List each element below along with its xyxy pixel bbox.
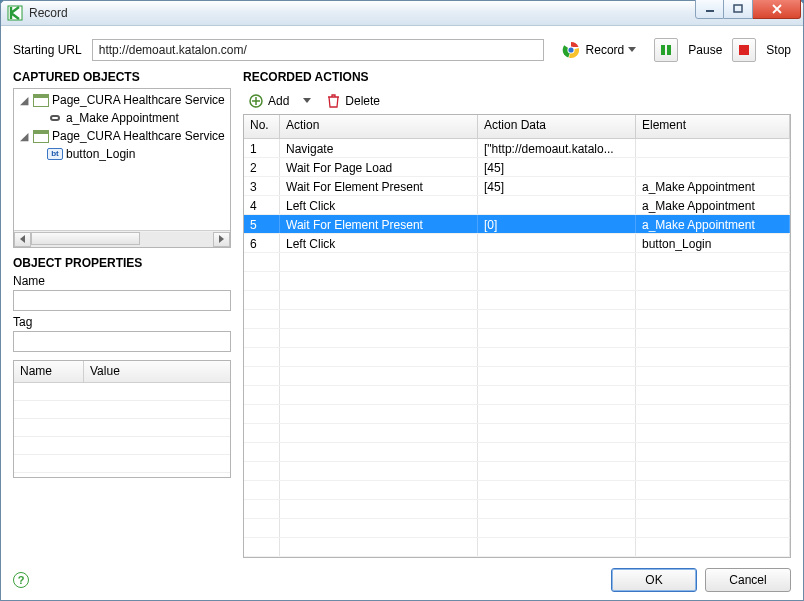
table-row[interactable]: 4Left Clicka_Make Appointment bbox=[244, 196, 790, 215]
table-row[interactable] bbox=[14, 437, 230, 455]
cell-no bbox=[244, 424, 280, 442]
table-row[interactable] bbox=[244, 386, 790, 405]
stop-icon bbox=[738, 44, 750, 56]
cell-action-data bbox=[478, 443, 636, 461]
col-no[interactable]: No. bbox=[244, 115, 280, 138]
table-row[interactable] bbox=[14, 401, 230, 419]
table-row[interactable] bbox=[14, 419, 230, 437]
table-row[interactable] bbox=[244, 500, 790, 519]
table-row[interactable]: 6Left Clickbutton_Login bbox=[244, 234, 790, 253]
cell-action-data bbox=[478, 310, 636, 328]
cell-element: a_Make Appointment bbox=[636, 215, 790, 233]
help-icon[interactable]: ? bbox=[13, 572, 29, 588]
collapse-icon[interactable]: ◢ bbox=[18, 130, 30, 143]
name-input[interactable] bbox=[13, 290, 231, 311]
record-button[interactable]: Record bbox=[554, 38, 645, 62]
cell-element bbox=[636, 291, 790, 309]
scroll-left-icon[interactable] bbox=[14, 232, 31, 247]
table-row[interactable]: 2Wait For Page Load[45] bbox=[244, 158, 790, 177]
cell-element: a_Make Appointment bbox=[636, 177, 790, 195]
svg-rect-2 bbox=[734, 5, 742, 12]
cell-element: a_Make Appointment bbox=[636, 196, 790, 214]
cell-action bbox=[280, 329, 478, 347]
properties-table[interactable]: Name Value bbox=[13, 360, 231, 478]
caret-down-icon bbox=[303, 98, 311, 104]
scroll-right-icon[interactable] bbox=[213, 232, 230, 247]
ok-button[interactable]: OK bbox=[611, 568, 697, 592]
col-action-data[interactable]: Action Data bbox=[478, 115, 636, 138]
cell-action-data bbox=[478, 234, 636, 252]
table-row[interactable] bbox=[14, 383, 230, 401]
cancel-button[interactable]: Cancel bbox=[705, 568, 791, 592]
cell-action bbox=[280, 291, 478, 309]
table-row[interactable]: 3Wait For Element Present[45]a_Make Appo… bbox=[244, 177, 790, 196]
cell-action-data bbox=[478, 367, 636, 385]
scroll-thumb[interactable] bbox=[31, 232, 140, 245]
collapse-icon[interactable]: ◢ bbox=[18, 94, 30, 107]
cell-element bbox=[636, 462, 790, 480]
delete-button[interactable]: Delete bbox=[321, 92, 386, 110]
cell-element bbox=[636, 367, 790, 385]
cell-action bbox=[280, 462, 478, 480]
table-row[interactable] bbox=[244, 538, 790, 557]
cell-no bbox=[244, 519, 280, 537]
maximize-button[interactable] bbox=[724, 0, 753, 19]
table-row[interactable]: 5Wait For Element Present[0]a_Make Appoi… bbox=[244, 215, 790, 234]
captured-objects-tree[interactable]: ◢ Page_CURA Healthcare Service a_Make Ap… bbox=[13, 88, 231, 248]
cell-action bbox=[280, 519, 478, 537]
captured-objects-title: CAPTURED OBJECTS bbox=[13, 70, 231, 84]
add-label: Add bbox=[268, 94, 289, 108]
link-icon bbox=[47, 112, 63, 125]
cell-action: Left Click bbox=[280, 196, 478, 214]
cell-action-data: [0] bbox=[478, 215, 636, 233]
tree-node-button[interactable]: bt button_Login bbox=[14, 145, 230, 163]
table-row[interactable] bbox=[244, 272, 790, 291]
cell-no: 2 bbox=[244, 158, 280, 176]
cell-element bbox=[636, 481, 790, 499]
table-row[interactable]: 1Navigate["http://demoaut.katalo... bbox=[244, 139, 790, 158]
table-row[interactable] bbox=[244, 253, 790, 272]
cell-element bbox=[636, 500, 790, 518]
tree-node-link[interactable]: a_Make Appointment bbox=[14, 109, 230, 127]
col-element[interactable]: Element bbox=[636, 115, 790, 138]
table-row[interactable] bbox=[244, 329, 790, 348]
minimize-button[interactable] bbox=[695, 0, 724, 19]
pause-button[interactable] bbox=[654, 38, 678, 62]
actions-grid[interactable]: No. Action Action Data Element 1Navigate… bbox=[243, 114, 791, 558]
cell-action-data: ["http://demoaut.katalo... bbox=[478, 139, 636, 157]
table-row[interactable] bbox=[244, 367, 790, 386]
table-row[interactable] bbox=[244, 481, 790, 500]
table-row[interactable] bbox=[14, 455, 230, 473]
tree-hscrollbar[interactable] bbox=[14, 230, 230, 247]
table-row[interactable] bbox=[244, 310, 790, 329]
table-row[interactable] bbox=[244, 462, 790, 481]
table-row[interactable] bbox=[244, 348, 790, 367]
cell-action-data: [45] bbox=[478, 158, 636, 176]
cell-action-data bbox=[478, 272, 636, 290]
add-button[interactable]: Add bbox=[243, 92, 295, 110]
close-button[interactable] bbox=[753, 0, 801, 19]
cell-action bbox=[280, 272, 478, 290]
add-dropdown[interactable] bbox=[299, 96, 317, 106]
tag-input[interactable] bbox=[13, 331, 231, 352]
table-row[interactable] bbox=[244, 519, 790, 538]
tree-label: a_Make Appointment bbox=[66, 111, 179, 125]
props-col-name: Name bbox=[14, 361, 84, 382]
table-row[interactable] bbox=[244, 405, 790, 424]
table-row[interactable] bbox=[244, 443, 790, 462]
trash-icon bbox=[327, 94, 340, 108]
stop-button[interactable] bbox=[732, 38, 756, 62]
titlebar: Record bbox=[1, 1, 803, 26]
table-row[interactable] bbox=[244, 424, 790, 443]
cell-action-data bbox=[478, 424, 636, 442]
dialog-footer: ? OK Cancel bbox=[1, 564, 803, 600]
starting-url-input[interactable] bbox=[92, 39, 544, 61]
cell-action bbox=[280, 538, 478, 556]
tree-node-page[interactable]: ◢ Page_CURA Healthcare Service bbox=[14, 127, 230, 145]
window-title: Record bbox=[29, 6, 695, 20]
record-button-label: Record bbox=[586, 43, 625, 57]
col-action[interactable]: Action bbox=[280, 115, 478, 138]
tree-node-page[interactable]: ◢ Page_CURA Healthcare Service bbox=[14, 91, 230, 109]
table-row[interactable] bbox=[244, 291, 790, 310]
cell-action: Wait For Element Present bbox=[280, 177, 478, 195]
